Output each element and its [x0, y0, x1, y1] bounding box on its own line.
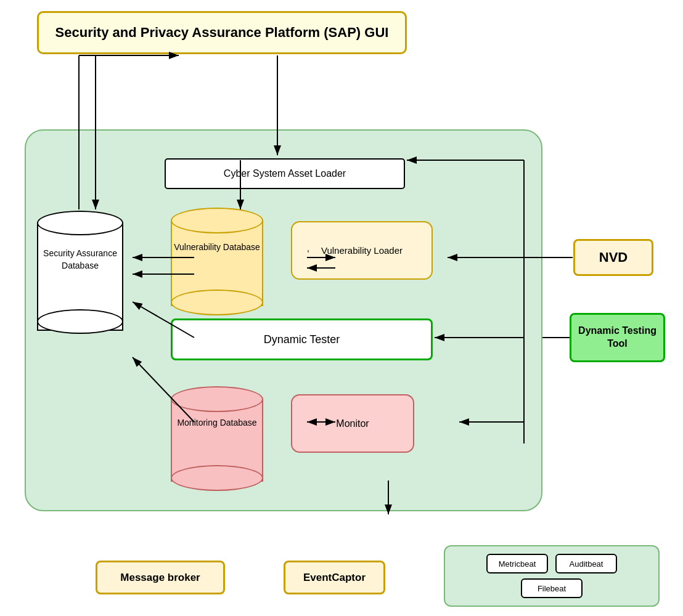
- cyber-asset-loader-box: Cyber System Asset Loader: [165, 158, 405, 189]
- filebeat-box: Filebeat: [521, 578, 583, 598]
- mdb-label: Monitoring Database: [171, 417, 263, 429]
- nvd-box: NVD: [573, 239, 653, 276]
- sap-gui-label: Security and Privacy Assurance Platform …: [55, 25, 389, 41]
- eventcaptor-box: EventCaptor: [284, 561, 385, 594]
- message-broker-box: Message broker: [96, 561, 225, 594]
- sad-label: Security Assurance Database: [37, 248, 123, 272]
- filebeat-label: Filebeat: [538, 584, 566, 593]
- msg-broker-label: Message broker: [120, 572, 200, 584]
- vdb-label: Vulnerability Database: [171, 241, 263, 254]
- security-assurance-db: Security Assurance Database: [37, 211, 123, 334]
- metricbeat-box: Metricbeat: [486, 554, 548, 573]
- vuln-loader-label: Vulnerability Loader: [321, 245, 403, 256]
- beats-row-2: Filebeat: [521, 578, 583, 598]
- dtt-label: Dynamic Testing Tool: [571, 325, 663, 351]
- sap-gui-box: Security and Privacy Assurance Platform …: [37, 11, 407, 54]
- green-container: Cyber System Asset Loader Security Assur…: [25, 129, 542, 511]
- metricbeat-label: Metricbeat: [499, 559, 536, 569]
- eventcaptor-label: EventCaptor: [303, 572, 366, 584]
- dynamic-testing-tool-box: Dynamic Testing Tool: [570, 313, 665, 362]
- dynamic-tester-box: Dynamic Tester: [171, 318, 433, 360]
- mdb-cyl-bottom: [171, 465, 263, 491]
- vulnerability-db: Vulnerability Database: [171, 208, 263, 315]
- mdb-cyl-top: [171, 386, 263, 412]
- beats-container: Metricbeat Auditbeat Filebeat: [444, 545, 660, 607]
- nvd-label: NVD: [599, 249, 628, 265]
- monitor-box: Monitor: [291, 394, 414, 453]
- vulnerability-loader-box: Vulnerability Loader: [291, 221, 433, 280]
- cyber-asset-label: Cyber System Asset Loader: [224, 168, 346, 179]
- vdb-cyl-top: [171, 208, 263, 233]
- monitoring-db: Monitoring Database: [171, 386, 263, 491]
- monitor-label: Monitor: [336, 418, 369, 429]
- sad-cyl-top: [37, 211, 123, 235]
- sad-cyl-bottom: [37, 309, 123, 334]
- main-canvas: Security and Privacy Assurance Platform …: [0, 0, 683, 616]
- auditbeat-box: Auditbeat: [555, 554, 617, 573]
- auditbeat-label: Auditbeat: [570, 559, 603, 569]
- dynamic-tester-label: Dynamic Tester: [264, 333, 340, 346]
- beats-row-1: Metricbeat Auditbeat: [486, 554, 617, 573]
- vdb-cyl-bottom: [171, 290, 263, 315]
